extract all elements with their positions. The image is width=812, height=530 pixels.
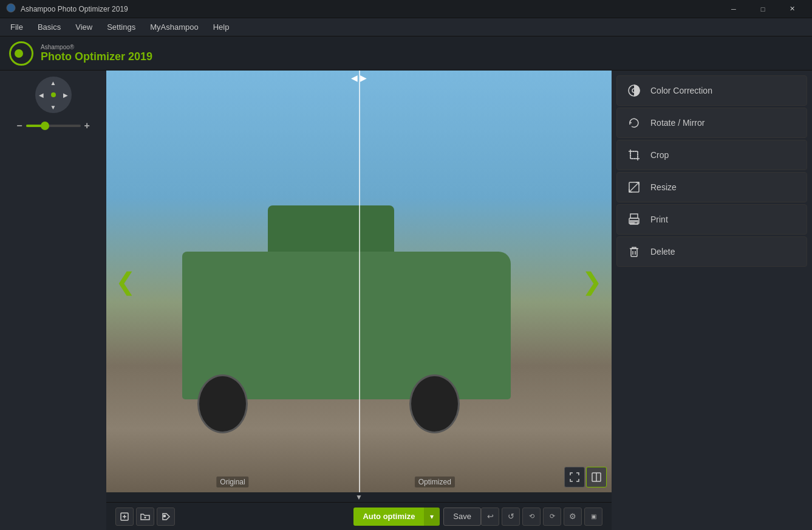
color-correction-label: Color Correction <box>650 86 712 95</box>
crop-label: Crop <box>650 150 669 160</box>
toolbar-main: Auto optimize ▾ Save ↩ ↺ ⟲ ⟳ ⚙ ▣ <box>115 508 602 526</box>
crop-icon <box>626 147 642 163</box>
toolbar-center: Auto optimize ▾ Save <box>175 508 481 526</box>
rotate-mirror-button[interactable]: Rotate / Mirror <box>616 108 807 138</box>
zoom-thumb[interactable] <box>41 122 49 130</box>
menu-basics[interactable]: Basics <box>30 19 68 35</box>
next-image-button[interactable]: ❯ <box>576 261 609 301</box>
image-area: ◀ ▶ Original Optimized ❮ ❯ <box>106 71 612 530</box>
resize-label: Resize <box>650 182 677 192</box>
zoom-slider-track[interactable] <box>26 125 81 127</box>
menubar: File Basics View Settings MyAshampoo Hel… <box>0 18 812 36</box>
split-view-button[interactable] <box>586 467 607 487</box>
rotate-mirror-icon <box>626 115 642 131</box>
split-handle[interactable]: ◀ ▶ <box>349 71 369 85</box>
redo-step-button[interactable]: ⟳ <box>543 508 561 526</box>
app-icon <box>6 3 16 15</box>
pan-right-arrow[interactable]: ▶ <box>63 92 68 98</box>
rotate-mirror-label: Rotate / Mirror <box>650 118 705 128</box>
zoom-control: − + <box>16 120 90 131</box>
delete-button[interactable]: Delete <box>616 236 807 267</box>
print-label: Print <box>650 215 668 224</box>
add-folder-button[interactable] <box>136 508 154 526</box>
pan-center <box>51 92 56 97</box>
main-area: ▲ ◀ ▶ ▼ − + <box>0 71 812 530</box>
menu-view[interactable]: View <box>68 19 100 35</box>
svg-rect-15 <box>630 151 638 159</box>
resize-button[interactable]: Resize <box>616 172 807 202</box>
toolbar-right: ↩ ↺ ⟲ ⟳ ⚙ ▣ <box>481 508 602 526</box>
truck-wheel-rear <box>409 374 460 433</box>
left-panel: ▲ ◀ ▶ ▼ − + <box>0 71 106 530</box>
color-correction-icon <box>626 83 642 98</box>
pan-down-arrow[interactable]: ▼ <box>50 104 56 111</box>
compare-button[interactable]: ▣ <box>584 508 602 526</box>
collapse-button[interactable]: ▼ <box>106 492 612 502</box>
pan-up-arrow[interactable]: ▲ <box>50 80 56 86</box>
zoom-out-button[interactable]: − <box>16 120 22 131</box>
toolbar: Auto optimize ▾ Save ↩ ↺ ⟲ ⟳ ⚙ ▣ <box>106 502 612 530</box>
truck-wheel-front <box>197 374 248 433</box>
delete-label: Delete <box>650 247 675 256</box>
svg-rect-18 <box>630 214 638 218</box>
settings-icon-button[interactable]: ⚙ <box>564 508 582 526</box>
original-label: Original <box>216 477 248 487</box>
delete-icon <box>626 244 642 260</box>
pan-left-arrow[interactable]: ◀ <box>39 92 44 98</box>
svg-point-0 <box>7 4 15 12</box>
auto-optimize-arrow[interactable]: ▾ <box>424 508 440 526</box>
pan-control[interactable]: ▲ ◀ ▶ ▼ <box>35 77 72 113</box>
window-title: Ashampoo Photo Optimizer 2019 <box>21 5 720 13</box>
resize-icon <box>626 179 642 195</box>
print-button[interactable]: Print <box>616 204 807 235</box>
previous-image-button[interactable]: ❮ <box>109 261 142 301</box>
auto-optimize-button[interactable]: Auto optimize <box>353 508 424 526</box>
svg-rect-23 <box>631 249 637 256</box>
right-panel: Color Correction Rotate / Mirror Crop <box>612 71 812 530</box>
view-controls <box>564 467 607 487</box>
svg-line-17 <box>629 182 639 192</box>
menu-file[interactable]: File <box>3 19 30 35</box>
toolbar-left-buttons <box>115 508 175 526</box>
undo-step-button[interactable]: ⟲ <box>522 508 541 526</box>
logobar: Ashampoo® Photo Optimizer 2019 <box>0 36 812 71</box>
split-left-arrow: ◀ <box>351 73 358 83</box>
titlebar: Ashampoo Photo Optimizer 2019 ─ □ ✕ <box>0 0 812 18</box>
zoom-in-button[interactable]: + <box>84 120 90 131</box>
undo-button[interactable]: ↩ <box>481 508 499 526</box>
image-container: ◀ ▶ Original Optimized ❮ ❯ <box>106 71 612 492</box>
print-icon <box>626 212 642 227</box>
window-controls: ─ □ ✕ <box>720 0 806 18</box>
fullscreen-button[interactable] <box>564 467 585 487</box>
menu-settings[interactable]: Settings <box>100 19 143 35</box>
split-line <box>359 71 360 492</box>
add-file-button[interactable] <box>115 508 134 526</box>
color-correction-button[interactable]: Color Correction <box>616 75 807 106</box>
save-button[interactable]: Save <box>443 508 481 526</box>
redo-button[interactable]: ↺ <box>502 508 520 526</box>
tag-button[interactable] <box>157 508 175 526</box>
optimized-label: Optimized <box>415 477 455 487</box>
crop-button[interactable]: Crop <box>616 140 807 170</box>
split-right-arrow: ▶ <box>360 73 367 83</box>
minimize-button[interactable]: ─ <box>720 0 748 18</box>
svg-point-8 <box>164 515 166 517</box>
menu-myashampoo[interactable]: MyAshampoo <box>143 19 205 35</box>
menu-help[interactable]: Help <box>206 19 237 35</box>
logo-icon <box>9 41 33 66</box>
logo-text: Ashampoo® Photo Optimizer 2019 <box>41 44 152 63</box>
maximize-button[interactable]: □ <box>749 0 777 18</box>
close-button[interactable]: ✕ <box>778 0 806 18</box>
